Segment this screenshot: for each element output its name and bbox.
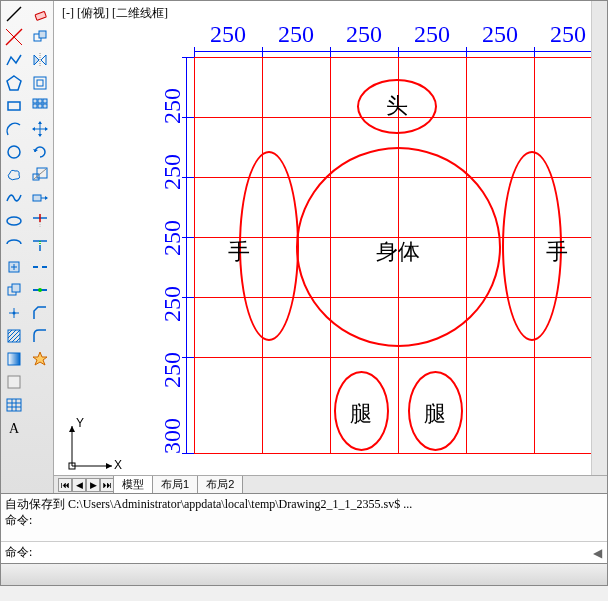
polygon-tool[interactable] [2,72,26,94]
svg-line-19 [12,334,20,342]
dim-value: 250 [159,142,186,202]
table-tool[interactable] [2,394,26,416]
offset-tool[interactable] [28,72,52,94]
svg-rect-31 [39,31,46,38]
svg-rect-37 [33,99,37,103]
dim-value: 250 [159,76,186,136]
command-history[interactable]: 自动保存到 C:\Users\Administrator\appdata\loc… [1,494,607,541]
tab-model[interactable]: 模型 [113,476,153,494]
dim-value: 250 [398,21,466,48]
rotate-tool[interactable] [28,141,52,163]
label-hand-left: 手 [228,237,250,267]
svg-rect-11 [12,284,20,292]
dim-value: 250 [262,21,330,48]
break-tool[interactable] [28,256,52,278]
label-leg-right: 腿 [424,399,446,429]
svg-marker-33 [41,55,46,65]
trim-tool[interactable] [28,210,52,232]
arc-tool[interactable] [2,118,26,140]
cmd-history-line: 自动保存到 C:\Users\Administrator\appdata\loc… [5,496,603,512]
point-tool[interactable] [2,302,26,324]
label-hand-right: 手 [546,237,568,267]
dim-value: 250 [466,21,534,48]
move-tool[interactable] [28,118,52,140]
gradient-tool[interactable] [2,348,26,370]
tab-nav-prev[interactable]: ◀ [72,478,86,492]
dim-value: 250 [330,21,398,48]
array-tool[interactable] [28,95,52,117]
svg-marker-46 [38,134,42,137]
command-input[interactable] [1,543,587,562]
command-area: 自动保存到 C:\Users\Administrator\appdata\loc… [0,494,608,564]
scale-tool[interactable] [28,164,52,186]
circle-tool[interactable] [2,141,26,163]
svg-line-0 [7,7,21,21]
xline-tool[interactable] [2,26,26,48]
svg-rect-42 [43,104,47,108]
vertical-scrollbar[interactable] [591,1,607,475]
svg-line-20 [16,338,20,342]
revcloud-tool[interactable] [2,164,26,186]
ellipse-tool[interactable] [2,210,26,232]
label-body: 身体 [376,237,420,267]
ucs-icon: X Y [64,414,124,477]
svg-rect-29 [35,11,46,20]
polyline-tool[interactable] [2,49,26,71]
svg-marker-45 [38,121,42,124]
dim-value: 250 [194,21,262,48]
command-expand-icon[interactable]: ◀ [587,546,607,560]
tab-nav-first[interactable]: ⏮ [58,478,72,492]
svg-rect-35 [34,77,46,89]
svg-rect-21 [8,353,20,365]
insert-block-tool[interactable] [2,256,26,278]
layout-tabs: ⏮ ◀ ▶ ⏭ 模型 布局1 布局2 [54,475,607,493]
tab-layout2[interactable]: 布局2 [197,476,243,494]
viewport-label[interactable]: [-] [俯视] [二维线框] [62,5,168,22]
line-tool[interactable] [2,3,26,25]
svg-rect-36 [37,80,43,86]
make-block-tool[interactable] [2,279,26,301]
hatch-tool[interactable] [2,325,26,347]
left-toolbars: A [1,1,54,493]
tab-nav-last[interactable]: ⏭ [100,478,114,492]
svg-marker-68 [106,463,112,469]
spline-tool[interactable] [2,187,26,209]
copy-tool[interactable] [28,26,52,48]
ellipse-arc-tool[interactable] [2,233,26,255]
svg-point-5 [8,146,20,158]
dimensions-left: 300 250 250 250 250 250 [159,76,186,466]
tab-layout1[interactable]: 布局1 [152,476,198,494]
chamfer-tool[interactable] [28,302,52,324]
dim-value: 250 [159,340,186,400]
svg-rect-38 [38,99,42,103]
svg-rect-39 [43,99,47,103]
mtext-tool[interactable]: A [2,417,26,439]
label-leg-left: 腿 [350,399,372,429]
rectangle-tool[interactable] [2,95,26,117]
svg-rect-53 [33,195,41,201]
fillet-tool[interactable] [28,325,52,347]
stretch-tool[interactable] [28,187,52,209]
erase-tool[interactable] [28,3,52,25]
svg-marker-55 [45,196,48,200]
mirror-tool[interactable] [28,49,52,71]
tab-nav-next[interactable]: ▶ [86,478,100,492]
svg-marker-70 [69,426,75,432]
drawing-canvas[interactable]: [-] [俯视] [二维线框] [54,1,607,493]
svg-text:A: A [9,421,20,436]
svg-marker-48 [45,127,48,131]
svg-marker-47 [32,127,35,131]
join-tool[interactable] [28,279,52,301]
status-bar [0,564,608,586]
modify-toolbar [27,1,53,493]
svg-rect-23 [7,399,21,411]
svg-marker-32 [34,55,39,65]
label-head: 头 [386,91,408,121]
svg-marker-3 [7,76,21,90]
region-tool[interactable] [2,371,26,393]
explode-tool[interactable] [28,348,52,370]
dim-value: 300 [159,406,186,466]
svg-line-16 [8,330,12,334]
extend-tool[interactable] [28,233,52,255]
cmd-history-line: 命令: [5,512,603,528]
